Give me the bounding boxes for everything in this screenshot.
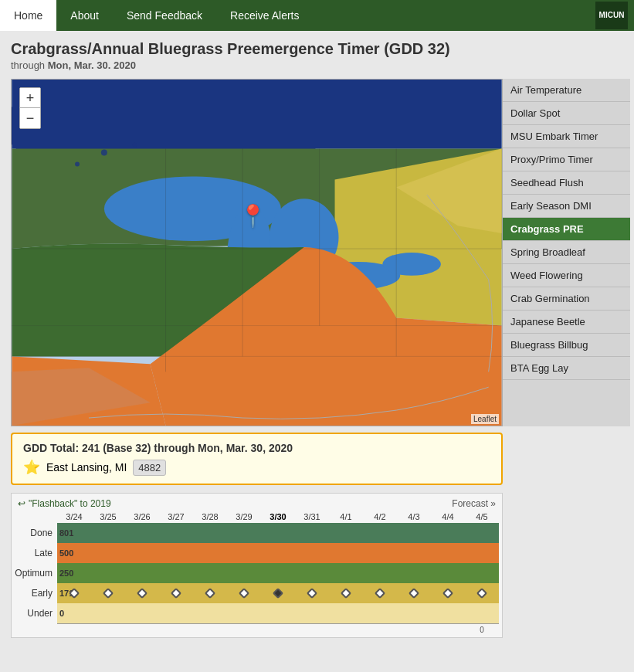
row-bar-under: 0 (57, 603, 499, 623)
sidebar: Air Temperature Dollar Spot MSU Embark T… (503, 79, 630, 426)
chart-row-done: Done 801 (15, 523, 499, 543)
x-tick-5 (227, 626, 261, 634)
date-3-25: 3/25 (91, 512, 125, 521)
zoom-in-button[interactable]: + (20, 88, 40, 108)
nav-logo: MICUN (595, 2, 628, 29)
done-value: 801 (57, 528, 73, 538)
date-4-2: 4/2 (363, 512, 397, 521)
nav-about[interactable]: About (56, 0, 113, 31)
sidebar-item-spring-broadleaf[interactable]: Spring Broadleaf (503, 241, 630, 264)
svg-rect-2 (12, 80, 501, 149)
x-tick-0 (57, 626, 91, 634)
row-bar-optimum: 250 (57, 563, 499, 583)
nav-alerts[interactable]: Receive Alerts (216, 0, 313, 31)
date-4-1: 4/1 (329, 512, 363, 521)
dot-f1 (307, 588, 317, 599)
sidebar-item-bta-egg-lay[interactable]: BTA Egg Lay (503, 357, 630, 380)
chart-row-under: Under 0 (15, 603, 499, 623)
page-subtitle: through Mon, Mar. 30. 2020 (11, 59, 623, 71)
row-label-under: Under (15, 608, 57, 619)
location-name: East Lansing, MI (46, 461, 127, 473)
star-icon: ⭐ (23, 459, 40, 476)
date-3-29: 3/29 (227, 512, 261, 521)
under-value: 0 (57, 609, 64, 618)
row-bar-done: 801 (57, 523, 499, 543)
late-value: 500 (57, 548, 73, 558)
gdd-location-row: ⭐ East Lansing, MI 4882 (23, 459, 490, 476)
dot-5 (239, 588, 249, 599)
main-row: + − (11, 79, 623, 426)
sidebar-item-msu-embark[interactable]: MSU Embark Timer (503, 125, 630, 148)
dot-1 (103, 588, 114, 599)
date-3-28: 3/28 (193, 512, 227, 521)
flashback-link[interactable]: ↩ "Flashback" to 2019 (18, 498, 111, 509)
dot-f3 (375, 588, 385, 599)
svg-point-10 (133, 143, 137, 148)
x-tick-9 (363, 626, 397, 634)
date-4-4: 4/4 (431, 512, 465, 521)
sidebar-item-seedhead-flush[interactable]: Seedhead Flush (503, 171, 630, 195)
chart-header: ↩ "Flashback" to 2019 Forecast » (15, 498, 499, 509)
svg-point-8 (75, 162, 80, 167)
page-title: Crabgrass/Annual Bluegrass Preemergence … (11, 40, 623, 58)
chart-section: ↩ "Flashback" to 2019 Forecast » 3/24 3/… (11, 493, 503, 638)
x-tick-6 (261, 626, 295, 634)
sidebar-item-early-season-dmi[interactable]: Early Season DMI (503, 195, 630, 218)
nav-feedback[interactable]: Send Feedback (113, 0, 216, 31)
dot-4 (205, 588, 215, 599)
page-content: Crabgrass/Annual Bluegrass Preemergence … (0, 31, 634, 647)
sidebar-item-dollar-spot[interactable]: Dollar Spot (503, 102, 630, 125)
x-tick-8 (329, 626, 363, 634)
date-4-3: 4/3 (397, 512, 431, 521)
map-svg (12, 80, 502, 426)
x-tick-12: 0 (465, 626, 499, 634)
navbar: Home About Send Feedback Receive Alerts … (0, 0, 634, 31)
dot-f6 (476, 588, 487, 599)
row-label-done: Done (15, 528, 57, 538)
svg-point-7 (382, 253, 441, 276)
row-bar-early: 171 (57, 583, 499, 603)
chart-dates-row: 3/24 3/25 3/26 3/27 3/28 3/29 3/30 3/31 … (57, 512, 499, 521)
x-tick-2 (125, 626, 159, 634)
forecast-label: Forecast » (452, 498, 496, 509)
sidebar-item-crabgrass-pre[interactable]: Crabgrass PRE (503, 218, 630, 241)
sidebar-item-weed-flowering[interactable]: Weed Flowering (503, 264, 630, 287)
dot-f4 (409, 588, 419, 599)
nav-home[interactable]: Home (0, 0, 56, 31)
row-label-optimum: Optimum (15, 568, 57, 579)
chart-row-early: Early 171 (15, 583, 499, 603)
row-label-early: Early (15, 588, 57, 599)
zoom-out-button[interactable]: − (20, 108, 40, 128)
flashback-label: "Flashback" to 2019 (29, 498, 111, 509)
x-tick-3 (159, 626, 193, 634)
chart-row-late: Late 500 (15, 543, 499, 563)
x-tick-7 (295, 626, 329, 634)
row-bar-late: 500 (57, 543, 499, 563)
sidebar-item-proxy-primo[interactable]: Proxy/Primo Timer (503, 148, 630, 171)
sidebar-item-crab-germination[interactable]: Crab Germination (503, 287, 630, 311)
gdd-box: GDD Total: 241 (Base 32) through Mon, Ma… (11, 433, 503, 485)
date-3-30-today: 3/30 (261, 512, 295, 521)
dot-2 (137, 588, 147, 599)
location-badge: 4882 (133, 460, 166, 476)
date-3-27: 3/27 (159, 512, 193, 521)
row-label-late: Late (15, 548, 57, 558)
chart-row-optimum: Optimum 250 (15, 563, 499, 583)
gdd-total-text: GDD Total: 241 (Base 32) through Mon, Ma… (23, 442, 490, 454)
sidebar-item-bluegrass-billbug[interactable]: Bluegrass Billbug (503, 334, 630, 357)
x-tick-10 (397, 626, 431, 634)
sidebar-item-japanese-beetle[interactable]: Japanese Beetle (503, 311, 630, 334)
arrow-icon: ↩ (18, 498, 25, 509)
date-3-31: 3/31 (295, 512, 329, 521)
date-4-5: 4/5 (465, 512, 499, 521)
chart-x-axis: 0 (57, 623, 499, 634)
sidebar-item-air-temperature[interactable]: Air Temperature (503, 79, 630, 102)
date-3-24: 3/24 (57, 512, 91, 521)
map-container: + − (11, 79, 503, 426)
map-zoom-controls: + − (19, 87, 41, 129)
dot-today (273, 588, 283, 599)
date-3-26: 3/26 (125, 512, 159, 521)
optimum-value: 250 (57, 568, 73, 578)
x-tick-4 (193, 626, 227, 634)
dot-f5 (442, 588, 453, 599)
